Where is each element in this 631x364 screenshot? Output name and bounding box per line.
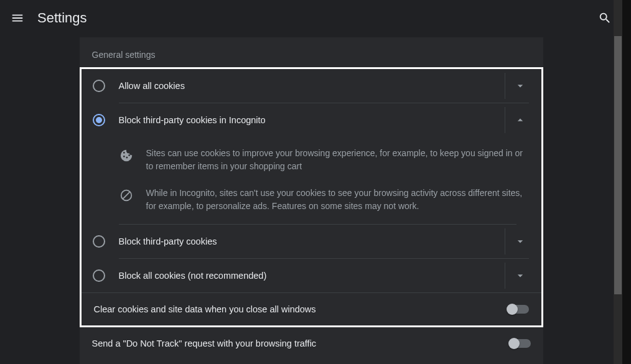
chevron-up-icon bbox=[514, 114, 526, 126]
cookie-icon bbox=[119, 148, 134, 163]
cookie-options-group: Allow all cookies Block third-party cook… bbox=[80, 67, 543, 327]
section-header: General settings bbox=[80, 37, 543, 67]
expand-button[interactable] bbox=[505, 263, 535, 289]
search-icon[interactable] bbox=[597, 11, 612, 26]
toggle-knob bbox=[507, 304, 518, 315]
option-block-third-party[interactable]: Block third-party cookies bbox=[82, 225, 541, 258]
settings-panel: General settings Allow all cookies bbox=[80, 37, 543, 364]
expand-button[interactable] bbox=[505, 228, 535, 254]
chevron-down-icon bbox=[514, 235, 526, 248]
option-details: Sites can use cookies to improve your br… bbox=[82, 137, 541, 225]
radio-icon[interactable] bbox=[93, 80, 105, 92]
option-label: Block third-party cookies in Incognito bbox=[119, 115, 505, 125]
option-block-all[interactable]: Block all cookies (not recommended) bbox=[82, 259, 541, 292]
top-bar: Settings bbox=[0, 0, 622, 36]
clear-on-close-toggle[interactable] bbox=[508, 305, 529, 314]
chevron-down-icon bbox=[514, 269, 526, 282]
option-block-third-party-incognito[interactable]: Block third-party cookies in Incognito bbox=[82, 103, 541, 137]
detail-text: Sites can use cookies to improve your br… bbox=[146, 147, 529, 173]
toggle-label: Send a "Do Not Track" request with your … bbox=[92, 338, 510, 348]
clear-on-close-row[interactable]: Clear cookies and site data when you clo… bbox=[82, 293, 541, 325]
option-label: Allow all cookies bbox=[119, 81, 505, 91]
block-icon bbox=[119, 188, 134, 203]
page-title: Settings bbox=[37, 10, 87, 26]
expand-button[interactable] bbox=[505, 73, 535, 99]
chevron-down-icon bbox=[514, 80, 526, 92]
scrollbar-thumb[interactable] bbox=[614, 36, 622, 294]
do-not-track-row[interactable]: Send a "Do Not Track" request with your … bbox=[80, 327, 543, 360]
collapse-button[interactable] bbox=[505, 107, 535, 133]
scrollbar[interactable] bbox=[614, 0, 622, 364]
menu-icon[interactable] bbox=[10, 11, 25, 26]
radio-icon[interactable] bbox=[93, 114, 105, 126]
radio-icon[interactable] bbox=[93, 235, 105, 248]
option-label: Block third-party cookies bbox=[119, 236, 505, 246]
toggle-label: Clear cookies and site data when you clo… bbox=[94, 304, 508, 314]
radio-dot bbox=[96, 117, 102, 123]
toggle-knob bbox=[508, 338, 520, 349]
option-allow-all[interactable]: Allow all cookies bbox=[82, 69, 541, 103]
do-not-track-toggle[interactable] bbox=[510, 339, 531, 348]
radio-icon[interactable] bbox=[93, 269, 105, 282]
option-label: Block all cookies (not recommended) bbox=[119, 271, 505, 281]
detail-item: While in Incognito, sites can't use your… bbox=[119, 177, 529, 213]
detail-item: Sites can use cookies to improve your br… bbox=[119, 137, 529, 177]
detail-text: While in Incognito, sites can't use your… bbox=[146, 187, 529, 213]
